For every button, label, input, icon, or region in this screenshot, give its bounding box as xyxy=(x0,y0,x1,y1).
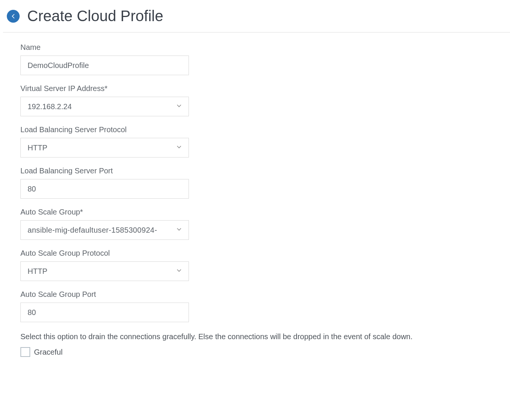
auto-scale-group-label: Auto Scale Group* xyxy=(20,208,493,216)
auto-scale-group-group: Auto Scale Group* xyxy=(20,208,493,240)
lb-protocol-label: Load Balancing Server Protocol xyxy=(20,125,493,134)
back-button[interactable] xyxy=(7,10,20,23)
lb-protocol-select[interactable] xyxy=(20,138,189,158)
virtual-server-ip-select-wrapper xyxy=(20,97,189,116)
auto-scale-group-select-wrapper xyxy=(20,220,189,240)
lb-port-input[interactable] xyxy=(20,179,189,199)
graceful-label: Graceful xyxy=(34,348,63,357)
virtual-server-ip-label: Virtual Server IP Address* xyxy=(20,84,493,93)
arrow-left-icon xyxy=(10,13,17,20)
asg-protocol-select[interactable] xyxy=(20,261,189,281)
asg-port-input[interactable] xyxy=(20,303,189,322)
asg-port-group: Auto Scale Group Port xyxy=(20,290,493,322)
asg-protocol-group: Auto Scale Group Protocol xyxy=(20,249,493,281)
name-input[interactable] xyxy=(20,56,189,75)
lb-protocol-select-wrapper xyxy=(20,138,189,158)
name-group: Name xyxy=(20,43,493,75)
name-label: Name xyxy=(20,43,493,52)
virtual-server-ip-group: Virtual Server IP Address* xyxy=(20,84,493,116)
lb-port-group: Load Balancing Server Port xyxy=(20,167,493,199)
auto-scale-group-select[interactable] xyxy=(20,220,189,240)
lb-port-label: Load Balancing Server Port xyxy=(20,167,493,175)
graceful-help-text: Select this option to drain the connecti… xyxy=(20,331,493,342)
graceful-checkbox[interactable] xyxy=(20,347,30,357)
lb-protocol-group: Load Balancing Server Protocol xyxy=(20,125,493,158)
page-header: Create Cloud Profile xyxy=(0,4,510,32)
asg-protocol-label: Auto Scale Group Protocol xyxy=(20,249,493,258)
virtual-server-ip-select[interactable] xyxy=(20,97,189,116)
form-container: Name Virtual Server IP Address* Load Bal… xyxy=(3,32,510,364)
asg-port-label: Auto Scale Group Port xyxy=(20,290,493,299)
asg-protocol-select-wrapper xyxy=(20,261,189,281)
page-title: Create Cloud Profile xyxy=(27,8,163,25)
graceful-checkbox-row: Graceful xyxy=(20,347,493,357)
